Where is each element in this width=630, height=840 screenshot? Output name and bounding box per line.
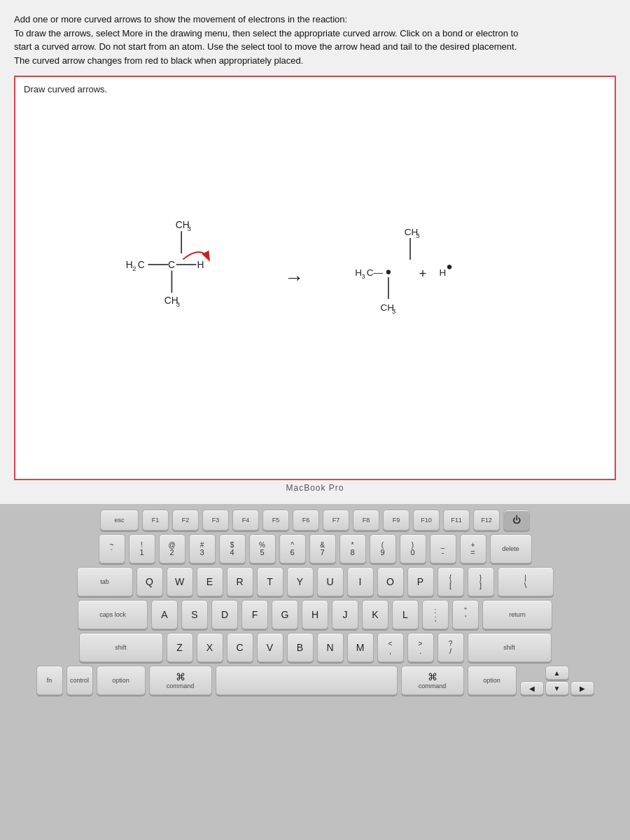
bottom-key-row: fn control option ⌘ command ⌘ command op… (36, 666, 594, 695)
key-a[interactable]: A (151, 600, 178, 629)
key-2[interactable]: @2 (159, 534, 186, 564)
arrow-lr-row: ◀ ▼ ▶ (520, 681, 594, 695)
key-3[interactable]: #3 (189, 534, 216, 564)
svg-text:H: H (126, 260, 133, 270)
key-delete[interactable]: delete (490, 534, 532, 564)
key-arrow-left[interactable]: ◀ (520, 681, 544, 695)
key-escape[interactable]: esc (100, 510, 139, 531)
key-l[interactable]: L (392, 600, 419, 629)
key-f4[interactable]: F4 (232, 510, 259, 531)
key-slash[interactable]: ?/ (438, 633, 464, 662)
key-f2[interactable]: F2 (172, 510, 199, 531)
key-d[interactable]: D (211, 600, 238, 629)
instruction-line4: The curved arrow changes from red to bla… (14, 54, 616, 68)
key-fn[interactable]: fn (36, 666, 63, 695)
key-return[interactable]: return (482, 600, 552, 629)
svg-text:C: C (168, 260, 175, 270)
key-quote[interactable]: "' (452, 600, 479, 629)
key-6[interactable]: ^6 (279, 534, 306, 564)
key-z[interactable]: Z (167, 633, 193, 662)
key-n[interactable]: N (317, 633, 344, 662)
key-f5[interactable]: F5 (262, 510, 289, 531)
key-m[interactable]: M (347, 633, 374, 662)
key-4[interactable]: $4 (219, 534, 246, 564)
key-equals[interactable]: += (460, 534, 486, 564)
key-9[interactable]: (9 (370, 534, 396, 564)
draw-area[interactable]: Draw curved arrows. CH 3 H 2 C C H (14, 76, 616, 480)
svg-text:H: H (197, 260, 204, 270)
reaction-container: CH 3 H 2 C C H CH 3 (15, 201, 615, 355)
key-r[interactable]: R (227, 567, 253, 596)
key-1[interactable]: !1 (129, 534, 155, 564)
key-backtick[interactable]: ~` (99, 534, 125, 564)
key-t[interactable]: T (257, 567, 284, 596)
svg-text:3: 3 (176, 300, 180, 308)
reaction-arrow: → (284, 267, 304, 289)
key-u[interactable]: U (317, 567, 344, 596)
key-period[interactable]: >. (407, 633, 434, 662)
key-option-left[interactable]: option (97, 666, 146, 695)
key-b[interactable]: B (287, 633, 314, 662)
key-bracket-open[interactable]: {[ (438, 567, 464, 596)
key-tab[interactable]: tab (77, 567, 133, 596)
key-x[interactable]: X (197, 633, 223, 662)
key-space[interactable] (216, 666, 398, 695)
key-e[interactable]: E (197, 567, 223, 596)
key-f6[interactable]: F6 (293, 510, 319, 531)
key-7[interactable]: &7 (309, 534, 336, 564)
key-control[interactable]: control (66, 666, 93, 695)
key-shift-left[interactable]: shift (79, 633, 163, 662)
key-c[interactable]: C (227, 633, 253, 662)
left-molecule-svg: CH 3 H 2 C C H CH 3 (102, 215, 256, 341)
key-arrow-down[interactable]: ▼ (545, 681, 569, 695)
key-s[interactable]: S (181, 600, 208, 629)
key-command-right[interactable]: ⌘ command (401, 666, 464, 695)
key-backslash[interactable]: |\ (498, 567, 554, 596)
key-q[interactable]: Q (136, 567, 163, 596)
key-f1[interactable]: F1 (142, 510, 169, 531)
key-i[interactable]: I (347, 567, 374, 596)
svg-text:+: + (419, 266, 426, 281)
right-molecule-svg: CH 3 H 3 C— CH 3 + H (332, 222, 528, 334)
key-f12[interactable]: F12 (473, 510, 500, 531)
key-minus[interactable]: _- (430, 534, 456, 564)
key-option-right[interactable]: option (468, 666, 517, 695)
svg-text:C—: C— (367, 267, 384, 278)
key-v[interactable]: V (257, 633, 284, 662)
key-arrow-right[interactable]: ▶ (570, 681, 594, 695)
key-h[interactable]: H (302, 600, 328, 629)
key-command-left[interactable]: ⌘ command (149, 666, 212, 695)
number-key-row: ~` !1 @2 #3 $4 %5 ^6 &7 *8 (9 )0 _- += d… (99, 534, 532, 564)
svg-text:H: H (439, 267, 446, 278)
key-f8[interactable]: F8 (353, 510, 379, 531)
key-bracket-close[interactable]: }] (468, 567, 494, 596)
instructions: Add one or more curved arrows to show th… (14, 13, 616, 67)
key-f11[interactable]: F11 (443, 510, 470, 531)
asdf-key-row: caps lock A S D F G H J K L :; "' return (78, 600, 552, 629)
key-f10[interactable]: F10 (413, 510, 440, 531)
key-power[interactable]: ⏻ (503, 510, 530, 531)
key-y[interactable]: Y (287, 567, 314, 596)
svg-text:H: H (355, 267, 362, 278)
instruction-line1: Add one or more curved arrows to show th… (14, 13, 616, 27)
key-o[interactable]: O (377, 567, 404, 596)
key-p[interactable]: P (407, 567, 434, 596)
key-shift-right[interactable]: shift (468, 633, 552, 662)
key-f3[interactable]: F3 (202, 510, 229, 531)
key-arrow-up[interactable]: ▲ (545, 666, 569, 680)
key-f[interactable]: F (241, 600, 268, 629)
key-0[interactable]: )0 (400, 534, 426, 564)
screen: Add one or more curved arrows to show th… (0, 0, 630, 504)
key-comma[interactable]: <, (377, 633, 404, 662)
key-capslock[interactable]: caps lock (78, 600, 148, 629)
key-f9[interactable]: F9 (383, 510, 410, 531)
key-f7[interactable]: F7 (323, 510, 349, 531)
draw-label: Draw curved arrows. (24, 84, 107, 94)
key-g[interactable]: G (272, 600, 298, 629)
key-w[interactable]: W (167, 567, 193, 596)
key-j[interactable]: J (332, 600, 358, 629)
key-8[interactable]: *8 (340, 534, 366, 564)
key-5[interactable]: %5 (249, 534, 276, 564)
key-semicolon[interactable]: :; (422, 600, 449, 629)
key-k[interactable]: K (362, 600, 388, 629)
